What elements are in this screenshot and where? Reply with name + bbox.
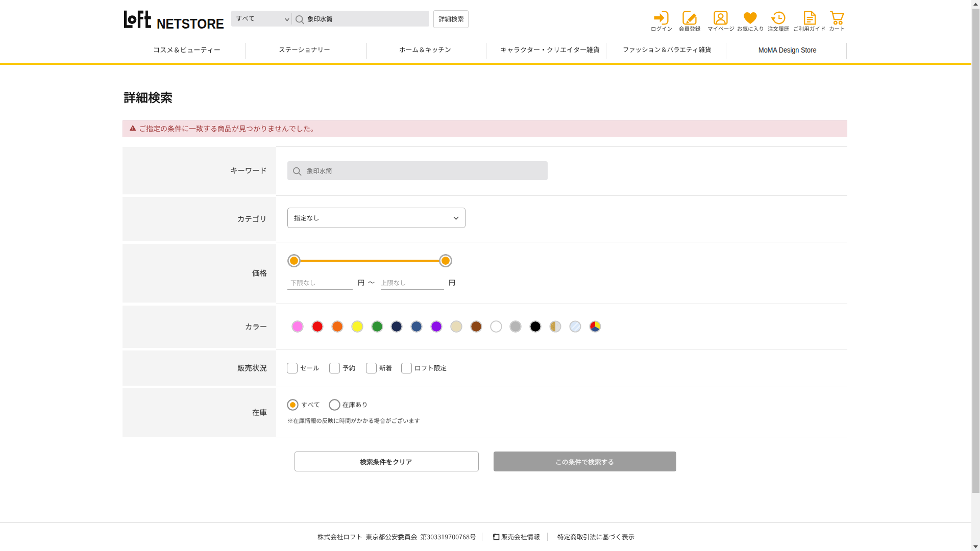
svg-text:NETSTORE: NETSTORE	[157, 16, 224, 31]
svg-text:MoMA Design Store: MoMA Design Store	[758, 46, 817, 54]
